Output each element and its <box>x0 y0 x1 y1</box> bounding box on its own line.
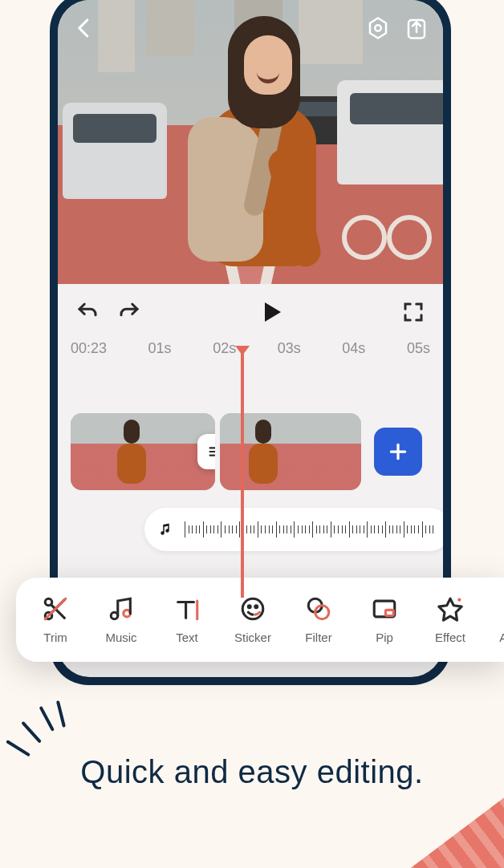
star-icon <box>437 595 464 623</box>
svg-point-21 <box>248 606 250 608</box>
tool-trim[interactable]: Trim <box>34 595 77 644</box>
current-time: 00:23 <box>71 340 107 357</box>
fullscreen-button[interactable] <box>401 300 425 324</box>
export-icon[interactable] <box>404 16 429 40</box>
settings-icon[interactable] <box>366 16 390 40</box>
tool-label: Music <box>105 631 136 644</box>
tool-music[interactable]: Music <box>100 595 143 644</box>
time-ruler: 00:23 01s 02s 03s 04s 05s <box>58 340 443 357</box>
tool-text[interactable]: Text <box>165 595 209 644</box>
ruler-tick: 01s <box>148 340 172 357</box>
tagline-text: Quick and easy editing. <box>0 754 504 790</box>
ruler-tick: 05s <box>407 340 430 357</box>
scissors-icon <box>42 595 69 623</box>
svg-point-22 <box>255 606 258 608</box>
tool-sticker[interactable]: Sticker <box>231 595 274 644</box>
playback-controls <box>58 284 443 340</box>
svg-rect-26 <box>385 610 393 615</box>
video-preview[interactable] <box>58 0 443 284</box>
tool-filter[interactable]: Filter <box>297 595 340 644</box>
tool-label: Filter <box>305 631 331 644</box>
pip-icon <box>371 595 398 623</box>
svg-point-20 <box>242 598 263 619</box>
tool-adjust[interactable]: Adjust <box>494 595 504 644</box>
sticker-icon <box>239 595 266 623</box>
text-icon <box>173 595 201 623</box>
clip-1[interactable] <box>71 413 215 490</box>
preview-subject <box>177 16 337 284</box>
ruler-tick: 02s <box>213 340 236 357</box>
ruler-tick: 04s <box>342 340 365 357</box>
timeline[interactable] <box>58 365 443 598</box>
transition-button[interactable] <box>197 434 215 469</box>
audio-waveform <box>185 521 437 537</box>
tool-label: Trim <box>43 631 67 644</box>
tool-label: Effect <box>435 631 465 644</box>
play-button[interactable] <box>258 299 284 325</box>
audio-track[interactable] <box>144 508 443 551</box>
add-clip-button[interactable] <box>374 428 422 476</box>
svg-marker-27 <box>439 598 461 620</box>
tool-label: Sticker <box>234 631 271 644</box>
ruler-tick: 03s <box>278 340 301 357</box>
tool-label: Pip <box>376 631 393 644</box>
undo-button[interactable] <box>75 300 100 324</box>
edit-toolbar: Trim Music Text Sticker Filter Pip <box>16 578 504 662</box>
music-icon <box>108 595 135 623</box>
svg-marker-4 <box>265 302 281 322</box>
tool-label: Text <box>176 631 198 644</box>
svg-marker-0 <box>370 18 386 39</box>
playhead[interactable] <box>241 352 244 598</box>
music-note-icon <box>159 522 173 537</box>
tool-label: Adjust <box>499 631 504 644</box>
svg-point-1 <box>375 25 381 31</box>
app-screen: 00:23 01s 02s 03s 04s 05s <box>58 0 443 677</box>
tool-effect[interactable]: Effect <box>429 595 472 644</box>
redo-button[interactable] <box>117 300 141 324</box>
filter-icon <box>305 595 332 623</box>
svg-point-28 <box>457 598 461 602</box>
back-icon[interactable] <box>72 16 96 40</box>
tool-pip[interactable]: Pip <box>363 595 406 644</box>
